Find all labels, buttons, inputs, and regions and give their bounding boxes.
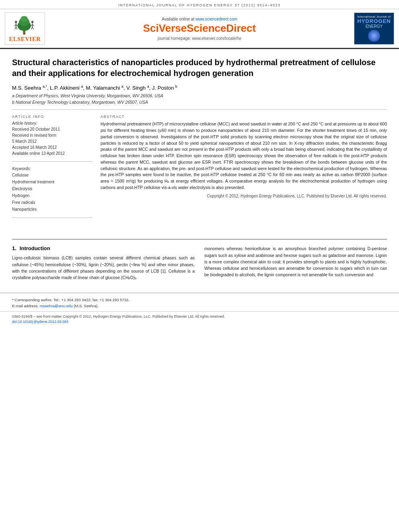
footnote-area: * Corresponding author. Tel.: +1 304 293… [0,293,399,311]
abstract-column: ABSTRACT Hydrothermal pretreatment (HTP)… [101,115,387,223]
sciencedirect-url[interactable]: www.sciencedirect.com [195,17,237,21]
revised-date: 5 March 2012 [12,138,93,144]
received-date: Received 20 October 2011 [12,126,93,132]
available-online: Available online at www.sciencedirect.co… [45,17,354,21]
center-branding: Available online at www.sciencedirect.co… [45,17,354,41]
keyword-electrolysis: Electrolysis [12,185,93,192]
affiliation-a: a Department of Physics, West Virginia U… [12,93,387,98]
journal-homepage: journal homepage: www.elsevier.com/locat… [45,36,354,41]
accepted-date: Accepted 16 March 2012 [12,144,93,150]
keyword-cellulose: Cellulose [12,172,93,179]
hydrogen-energy-logo: International Journal of HYDROGEN ENERGY [354,12,394,45]
intro-heading: 1.Introduction [12,245,195,251]
body-left-col: 1.Introduction Ligno-cellulosic biomass … [12,245,195,281]
keywords-label: Keywords: [12,166,93,171]
svg-line-15 [33,27,34,30]
sciverse-title: SciVerseScienceDirect [45,22,354,35]
email-footnote: E-mail address: mseehra@wvu.edu (M.S. Se… [12,303,387,309]
affiliation-b: b National Energy Technology Laboratory,… [12,100,387,105]
keywords-group: Keywords: Cellulose Hydrothermal treatme… [12,166,93,213]
body-right-col: monomers whereas hemicellulose is an amo… [204,245,387,281]
email-suffix: (M.S. Seehra). [74,304,99,308]
elsevier-label: ELSEVIER [9,36,41,43]
elsevier-tree-icon [9,14,41,35]
svg-line-8 [15,27,16,30]
article-body: Structural characteristics of nanopartic… [0,49,399,231]
intro-right-text: monomers whereas hemicellulose is an amo… [204,245,387,278]
article-info-column: ARTICLE INFO Article history: Received 2… [12,115,93,223]
article-history-group: Article history: Received 20 October 201… [12,121,93,156]
page-footer: 0360-3199/$ – see front matter Copyright… [0,311,399,327]
intro-left-text: Ligno-cellulosic biomass (LCB) samples c… [12,255,195,281]
available-online-date: Available online 13 April 2012 [12,150,93,156]
hydrogen-energy-text: ENERGY [366,24,383,29]
article-title: Structural characteristics of nanopartic… [12,57,387,79]
svg-point-10 [31,21,34,23]
journal-header: INTERNATIONAL JOURNAL OF HYDROGEN ENERGY… [0,0,399,9]
keyword-hydrogen: Hydrogen [12,192,93,199]
section-number: 1. [12,245,16,251]
svg-line-9 [16,27,17,30]
keyword-free-radicals: Free radicals [12,199,93,206]
svg-point-4 [15,21,17,23]
article-info-abstract: ARTICLE INFO Article history: Received 2… [12,115,387,223]
intro-divider [12,239,387,240]
corresponding-author: * Corresponding author. Tel.: +1 304 293… [12,297,387,303]
info-divider [12,161,93,162]
sciverse-name: SciVerse [143,22,187,34]
keyword-nanoparticles: Nanoparticles [12,206,93,213]
info-divider-2 [12,218,93,218]
homepage-url: www.elsevier.com/locate/he [192,36,241,41]
doi-text: doi:10.1016/j.ijhydene.2012.03.083 [12,319,387,325]
journal-header-text: INTERNATIONAL JOURNAL OF HYDROGEN ENERGY… [118,3,281,7]
page: INTERNATIONAL JOURNAL OF HYDROGEN ENERGY… [0,0,399,532]
section-divider [12,109,387,110]
hydrogen-h-text: HYDROGEN [357,18,391,24]
copyright-text: Copyright © 2012, Hydrogen Energy Public… [101,193,387,199]
hydrogen-circle-graphic [368,30,380,42]
abstract-text: Hydrothermal pretreatment (HTP) of micro… [101,121,387,191]
keyword-hydrothermal: Hydrothermal treatment [12,179,93,185]
article-history-title: Article history: [12,121,93,125]
main-content: 1.Introduction Ligno-cellulosic biomass … [0,231,399,289]
email-label: E-mail address: [12,304,39,308]
article-info-label: ARTICLE INFO [12,115,93,119]
svg-line-14 [31,27,33,30]
received-revised-label: Received in revised form [12,132,93,138]
issn-text: 0360-3199/$ – see front matter Copyright… [12,314,387,320]
elsevier-logo: ELSEVIER [5,12,45,45]
email-link[interactable]: mseehra@wvu.edu [40,304,73,308]
branding-bar: ELSEVIER Available online at www.science… [0,9,399,49]
abstract-label: ABSTRACT [101,115,387,119]
svg-point-3 [21,16,28,22]
body-two-col: 1.Introduction Ligno-cellulosic biomass … [12,245,387,281]
keywords-list: Cellulose Hydrothermal treatment Electro… [12,172,93,213]
authors: M.S. Seehra a,*, L.P. Akkineni a, M. Yal… [12,84,387,91]
section-title: Introduction [20,245,50,251]
sciencedirect-name: ScienceDirect [187,22,256,34]
